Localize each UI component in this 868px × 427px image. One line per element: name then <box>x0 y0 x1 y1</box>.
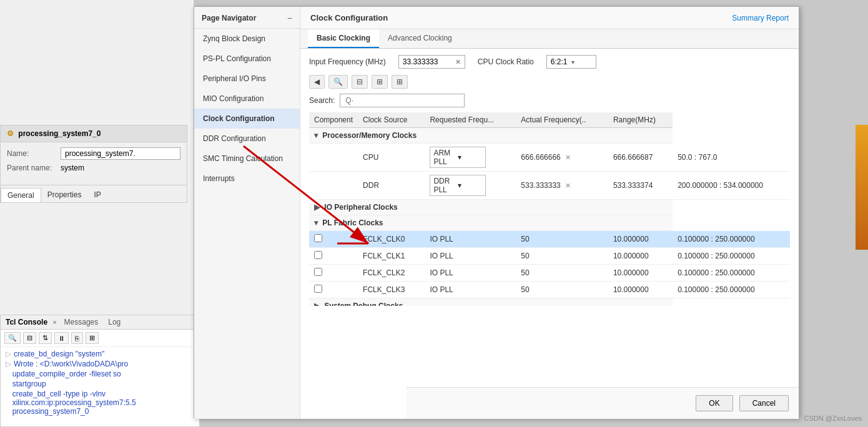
nav-interrupts[interactable]: Interrupts <box>194 169 300 189</box>
fclk3-source: IO PLL <box>425 282 516 298</box>
ddr-actual: 533.333374 <box>608 172 673 200</box>
tcl-toolbar: 🔍 ⊟ ⇅ ⏸ ⎘ ⊞ <box>1 330 199 347</box>
search-row: Search: <box>309 94 790 107</box>
search-input-field[interactable] <box>345 96 458 105</box>
tab-messages[interactable]: Messages <box>62 318 101 326</box>
nav-ddr-config[interactable]: DDR Configuration <box>194 129 300 149</box>
freq-clear-btn[interactable]: ✕ <box>455 58 461 66</box>
section-label-debug: System Debug Clocks <box>324 302 403 306</box>
clock-config-body: Input Frequency (MHz) ✕ CPU Clock Ratio … <box>300 49 799 312</box>
tcl-icon-3 <box>6 370 10 378</box>
component-icon: ⚙ <box>7 129 14 138</box>
fclk0-checkbox-cell[interactable] <box>309 231 358 248</box>
ddr-checkbox-cell <box>309 172 358 200</box>
tcl-code-3: update_compile_order -fileset so <box>12 370 121 378</box>
section-system-debug[interactable]: ▶ System Debug Clocks <box>309 298 790 307</box>
tab-advanced-clocking[interactable]: Advanced Clocking <box>379 29 461 48</box>
cpu-source-arrow: ▾ <box>458 153 482 162</box>
tcl-line-2: ▷ Wrote : <D:\work\VivadoDADA\pro <box>6 360 194 368</box>
tcl-console-title: Tcl Console <box>6 318 47 326</box>
cpu-clear-icon[interactable]: ✕ <box>565 154 571 161</box>
toolbar-grid-btn[interactable]: ⊞ <box>392 75 408 89</box>
toolbar-collapse-btn[interactable]: ⊟ <box>352 75 368 89</box>
fclk0-checkbox[interactable] <box>314 234 322 242</box>
fclk3-checkbox[interactable] <box>314 285 322 293</box>
panel-header: Clock Configuration Summary Report <box>300 7 799 29</box>
tab-basic-clocking[interactable]: Basic Clocking <box>308 29 379 48</box>
parent-value: system <box>61 164 84 172</box>
tcl-body: ▷ create_bd_design "system" ▷ Wrote : <D… <box>1 347 199 416</box>
tcl-expand-btn[interactable]: ⊞ <box>86 332 99 344</box>
cancel-button[interactable]: Cancel <box>739 395 789 411</box>
ddr-source-cell[interactable]: DDR PLL ▾ <box>425 172 516 200</box>
page-nav-title: Page Navigator <box>202 14 256 22</box>
fclk1-actual: 10.000000 <box>608 248 673 265</box>
block-properties-panel: ⚙ processing_system7_0 Name: processing_… <box>0 125 187 203</box>
tab-general[interactable]: General <box>1 188 41 202</box>
tcl-copy-btn[interactable]: ⎘ <box>71 332 83 344</box>
col-actual-freq: Actual Frequency(.. <box>516 112 608 128</box>
tab-properties[interactable]: Properties <box>41 188 88 202</box>
nav-mio-config[interactable]: MIO Configuration <box>194 89 300 109</box>
fclk1-checkbox-cell[interactable] <box>309 248 358 265</box>
nav-zynq-block-design[interactable]: Zynq Block Design <box>194 29 300 49</box>
cpu-source-select[interactable]: ARM PLL ▾ <box>430 147 486 168</box>
row-fclk1: FCLK_CLK1 IO PLL 50 10.000000 0.100000 :… <box>309 248 790 265</box>
tcl-line-4: startgroup <box>6 380 194 388</box>
table-header-row: Component Clock Source Requested Frequ..… <box>309 112 790 128</box>
ddr-source-arrow: ▾ <box>458 181 482 190</box>
fclk3-actual: 10.000000 <box>608 282 673 298</box>
clock-config-content: Clock Configuration Summary Report Basic… <box>300 7 799 419</box>
expand-icon-pl: ▾ <box>314 218 318 227</box>
summary-report-link[interactable]: Summary Report <box>732 14 789 22</box>
ddr-requested: 533.333333 ✕ <box>516 172 608 200</box>
fclk2-checkbox[interactable] <box>314 268 322 276</box>
frequency-input-row: Input Frequency (MHz) ✕ CPU Clock Ratio … <box>309 55 790 69</box>
col-component: Component <box>309 112 358 128</box>
freq-input-box[interactable]: ✕ <box>398 55 465 69</box>
section-processor-memory[interactable]: ▾ Processor/Memory Clocks <box>309 128 790 144</box>
section-io-peripheral[interactable]: ▶ IO Peripheral Clocks <box>309 200 790 215</box>
row-fclk2: FCLK_CLK2 IO PLL 50 10.000000 0.100000 :… <box>309 265 790 282</box>
fclk3-range: 0.100000 : 250.000000 <box>673 282 790 298</box>
tcl-filter-btn[interactable]: ⊟ <box>23 332 36 344</box>
tab-ip[interactable]: IP <box>87 188 107 202</box>
cpu-req-val: 666.666666 <box>521 153 560 162</box>
cpu-component: CPU <box>358 144 425 172</box>
nav-smc-timing[interactable]: SMC Timing Calculation <box>194 149 300 169</box>
ddr-range: 200.000000 : 534.000000 <box>673 172 790 200</box>
cpu-actual: 666.666687 <box>608 144 673 172</box>
ddr-clear-icon[interactable]: ✕ <box>565 182 571 189</box>
nav-clock-config[interactable]: Clock Configuration <box>194 109 300 129</box>
tcl-search-btn[interactable]: 🔍 <box>4 332 21 344</box>
tcl-close-button[interactable]: × <box>52 318 56 326</box>
cpu-source-cell[interactable]: ARM PLL ▾ <box>425 144 516 172</box>
fclk1-checkbox[interactable] <box>314 251 322 259</box>
clock-table-scroll: Component Clock Source Requested Frequ..… <box>309 112 790 306</box>
tcl-icon-4 <box>6 380 10 388</box>
fclk3-checkbox-cell[interactable] <box>309 282 358 298</box>
fclk2-checkbox-cell[interactable] <box>309 265 358 282</box>
expand-icon-debug: ▶ <box>314 302 320 306</box>
tcl-sort-btn[interactable]: ⇅ <box>39 332 52 344</box>
page-nav-close-btn[interactable]: − <box>287 13 292 23</box>
tab-log[interactable]: Log <box>106 318 123 326</box>
component-name: processing_system7_0 <box>18 129 101 138</box>
nav-peripheral-io[interactable]: Peripheral I/O Pins <box>194 69 300 89</box>
section-pl-fabric[interactable]: ▾ PL Fabric Clocks <box>309 215 790 231</box>
ddr-source-select[interactable]: DDR PLL ▾ <box>430 175 486 196</box>
fclk2-requested: 50 <box>516 265 608 282</box>
cpu-ratio-select[interactable]: 6:2:1 ▾ <box>546 55 596 69</box>
freq-input-field[interactable] <box>403 57 453 66</box>
toolbar-back-btn[interactable]: ◀ <box>309 75 325 89</box>
expand-icon-io: ▶ <box>314 203 320 212</box>
ok-button[interactable]: OK <box>696 395 732 411</box>
fclk0-requested: 50 <box>516 231 608 248</box>
expand-icon-proc: ▾ <box>314 131 318 140</box>
toolbar-search-btn[interactable]: 🔍 <box>328 75 348 89</box>
tcl-console-panel: Tcl Console × Messages Log 🔍 ⊟ ⇅ ⏸ ⎘ ⊞ ▷… <box>0 315 200 427</box>
search-input-box[interactable] <box>340 94 465 107</box>
nav-ps-pl-config[interactable]: PS-PL Configuration <box>194 49 300 69</box>
tcl-pause-btn[interactable]: ⏸ <box>54 332 69 344</box>
toolbar-expand-btn[interactable]: ⊞ <box>372 75 388 89</box>
